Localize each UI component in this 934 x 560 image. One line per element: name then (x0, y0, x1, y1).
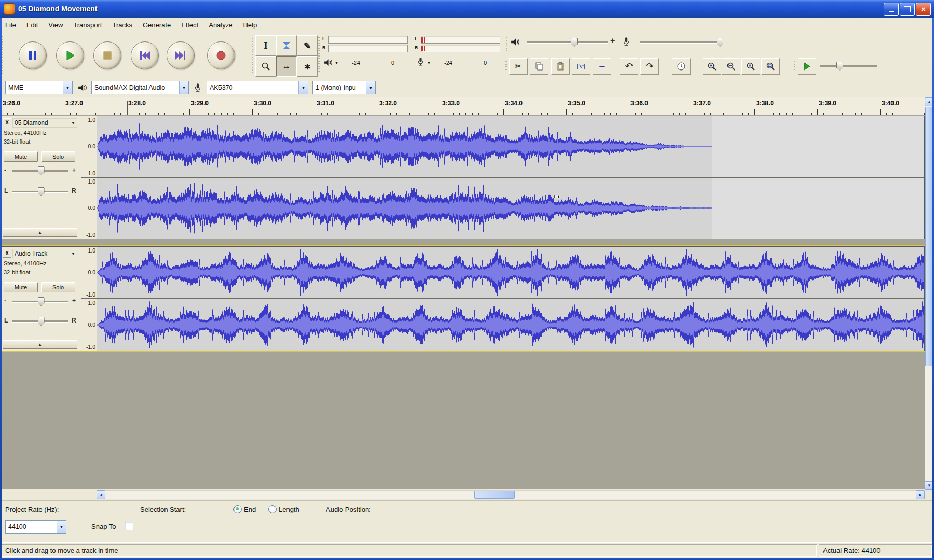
copy-button[interactable] (530, 58, 548, 75)
mute-button[interactable]: Mute (4, 282, 38, 292)
pan-thumb[interactable] (38, 187, 45, 196)
track-menu-button[interactable]: Audio Track ▼ (12, 249, 77, 258)
pan-thumb[interactable] (38, 317, 45, 326)
solo-button[interactable]: Solo (41, 282, 75, 292)
selection-end-radio[interactable] (233, 505, 242, 513)
paste-icon (556, 62, 565, 71)
horizontal-scrollbar[interactable]: ◄ ► (97, 490, 925, 499)
track-close-button[interactable]: X (3, 118, 11, 127)
track-close-button[interactable]: X (3, 249, 11, 258)
record-icon (215, 50, 227, 61)
zoom-tool-button[interactable] (255, 56, 276, 77)
redo-button[interactable]: ↷ (640, 58, 659, 75)
play-at-speed-button[interactable] (798, 58, 816, 75)
skip-to-start-button[interactable] (131, 41, 159, 69)
project-rate-value: 44100 (6, 523, 57, 530)
chevron-down-icon[interactable]: ▼ (57, 521, 66, 533)
amplitude-ruler[interactable]: 1.0 0.0 -1.0 1.0 0.0 -1.0 (81, 247, 97, 351)
output-volume-slider[interactable] (527, 37, 608, 47)
minimize-button[interactable] (884, 3, 899, 16)
envelope-tool-button[interactable] (276, 35, 297, 56)
playback-speed-thumb[interactable] (836, 62, 843, 71)
playback-meter-dropdown-icon[interactable]: ▼ (335, 61, 338, 65)
project-rate-combo[interactable]: 44100 ▼ (5, 520, 66, 534)
chevron-down-icon[interactable]: ▼ (63, 81, 72, 94)
maximize-button[interactable] (900, 3, 915, 16)
menu-item-transport[interactable]: Transport (68, 19, 107, 31)
paste-button[interactable] (551, 58, 570, 75)
waveform-left-channel[interactable] (97, 116, 924, 177)
fit-selection-button[interactable] (741, 58, 760, 75)
menu-item-analyze[interactable]: Analyze (203, 19, 238, 31)
playback-speed-slider[interactable] (820, 61, 877, 71)
waveform-right-channel[interactable] (97, 178, 924, 239)
solo-button[interactable]: Solo (41, 151, 75, 162)
output-volume-thumb[interactable] (571, 38, 578, 47)
waveform-area[interactable] (97, 116, 924, 239)
track-men[interactable]: 05 Diamond ▼ (12, 118, 77, 128)
cut-button[interactable]: ✂ (509, 58, 528, 75)
tracks-area[interactable]: X 05 Diamond ▼ Stereo, 44100Hz 32-bit fl… (0, 115, 925, 489)
horizontal-scroll-thumb[interactable] (474, 491, 515, 499)
pan-slider[interactable] (11, 316, 69, 326)
timeshift-tool-button[interactable]: ↔ (276, 56, 297, 77)
scroll-right-button[interactable]: ► (916, 490, 925, 499)
timeline-ruler[interactable]: 3:26.03:27.03:28.03:29.03:30.03:31.03:32… (0, 97, 925, 116)
minimize-icon (889, 11, 894, 12)
record-meter-dropdown-icon[interactable]: ▼ (427, 61, 431, 65)
gain-thumb[interactable] (38, 297, 45, 306)
chevron-down-icon[interactable]: ▼ (298, 81, 308, 94)
waveform-left-channel[interactable] (97, 247, 924, 298)
input-volume-slider[interactable] (640, 37, 723, 47)
title-bar[interactable]: 05 Diamond Movement × (0, 0, 934, 18)
chevron-down-icon[interactable]: ▼ (179, 81, 188, 94)
selection-length-radio[interactable] (268, 505, 277, 513)
track-2[interactable]: X Audio Track ▼ Stereo, 44100Hz 32-bit f… (0, 246, 925, 351)
record-button[interactable] (207, 41, 235, 69)
volume-plus-label: + (610, 36, 615, 46)
stop-button[interactable] (93, 41, 121, 69)
track-1[interactable]: X 05 Diamond ▼ Stereo, 44100Hz 32-bit fl… (0, 116, 925, 239)
playback-device-combo[interactable]: SoundMAX Digital Audio ▼ (91, 81, 189, 94)
menu-item-effect[interactable]: Effect (176, 19, 203, 31)
menu-item-help[interactable]: Help (238, 19, 262, 31)
snap-to-checkbox[interactable] (125, 522, 133, 530)
skip-to-end-button[interactable] (167, 41, 195, 69)
menu-item-tracks[interactable]: Tracks (107, 19, 138, 31)
menu-item-generate[interactable]: Generate (138, 19, 176, 31)
pause-button[interactable] (19, 41, 47, 69)
amplitude-ruler[interactable]: 1.0 0.0 -1.0 1.0 0.0 -1.0 (81, 116, 97, 239)
scroll-left-button[interactable]: ◄ (97, 490, 105, 499)
playback-meter[interactable]: L R ▼ -24 0 (322, 34, 409, 76)
gain-thumb[interactable] (38, 166, 45, 175)
record-meter[interactable]: L R ▼ -24 0 (414, 34, 501, 76)
menu-item-file[interactable]: File (0, 19, 21, 31)
gain-slider[interactable] (11, 297, 69, 306)
waveform-right-channel[interactable] (97, 299, 924, 351)
mute-button[interactable]: Mute (4, 151, 38, 162)
pan-slider[interactable] (11, 187, 69, 196)
audio-host-combo[interactable]: MME ▼ (5, 81, 73, 94)
track-collapse-button[interactable]: ▲ (3, 228, 77, 237)
close-button[interactable]: × (916, 3, 931, 16)
gain-slider[interactable] (11, 166, 69, 175)
undo-button[interactable]: ↶ (620, 58, 638, 75)
chevron-down-icon[interactable]: ▼ (366, 81, 375, 94)
zoom-in-button[interactable] (703, 58, 721, 75)
selection-tool-button[interactable]: I (255, 35, 276, 56)
zoom-out-button[interactable] (722, 58, 740, 75)
input-volume-thumb[interactable] (717, 38, 723, 47)
menu-item-edit[interactable]: Edit (21, 19, 43, 31)
silence-audio-button[interactable] (593, 58, 611, 75)
trim-audio-button[interactable] (572, 58, 590, 75)
recording-device-combo[interactable]: AK5370 ▼ (207, 81, 308, 94)
recording-channels-combo[interactable]: 1 (Mono) Inpu ▼ (312, 81, 376, 94)
track-collapse-button[interactable]: ▲ (3, 340, 77, 349)
menu-item-view[interactable]: View (43, 19, 68, 31)
timer-button[interactable] (672, 58, 691, 75)
waveform-area[interactable] (97, 247, 924, 351)
play-button[interactable] (56, 41, 84, 69)
draw-tool-button[interactable]: ✎ (297, 35, 318, 56)
fit-project-button[interactable] (761, 58, 780, 75)
multi-tool-button[interactable]: ∗ (297, 56, 318, 77)
